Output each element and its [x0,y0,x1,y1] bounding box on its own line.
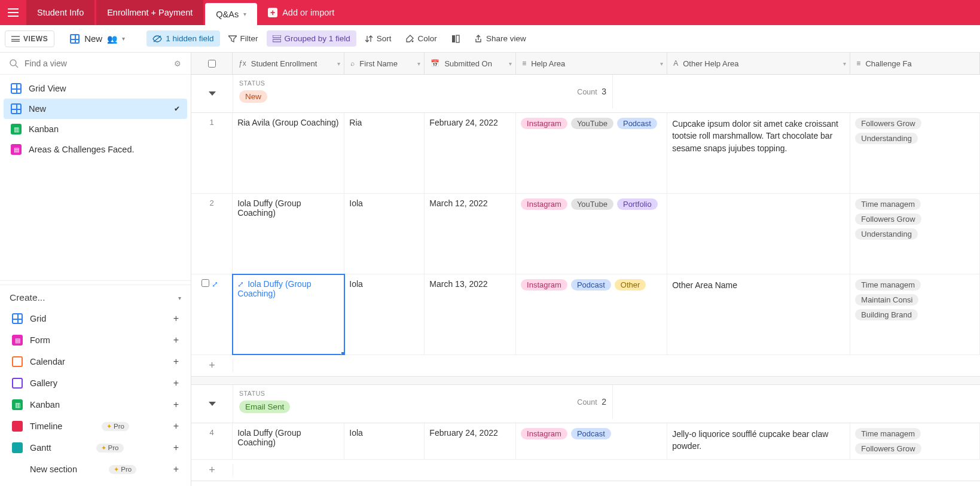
row-number[interactable]: 2 [191,194,233,274]
column-header-row: ƒx Student Enrollment▾ ⌕ First Name▾ 📅 S… [191,53,980,75]
cell-submitted-on[interactable]: February 24, 2022 [425,423,516,459]
add-row[interactable]: + [191,460,980,481]
color-icon [406,35,414,43]
cell-other-help-area[interactable]: Other Area Name [667,274,850,354]
plus-icon[interactable]: + [191,359,233,372]
cell-submitted-on[interactable]: March 13, 2022 [425,274,516,354]
hidden-fields-button[interactable]: 1 hidden field [146,30,219,47]
cell-challenge[interactable]: Time managemFollowers Grow [850,423,980,459]
gallery-icon [12,378,23,389]
cell-submitted-on[interactable]: March 12, 2022 [425,194,516,274]
cell-challenge[interactable]: Followers GrowUnderstanding [850,113,980,193]
cell-help-area[interactable]: InstagramYouTubePodcast [516,113,667,193]
col-first-name[interactable]: ⌕ First Name▾ [344,53,425,74]
views-toggle[interactable]: VIEWS [5,30,54,47]
tab-q-as[interactable]: Q&As▾ [205,3,257,25]
row-number[interactable]: 4 [191,423,233,459]
table-row[interactable]: 1Ria Avila (Group Coaching)RiaFebruary 2… [191,113,980,194]
find-view-input[interactable] [25,59,168,68]
cell-student-enrollment[interactable]: ⤢Iola Duffy (Group Coaching) [233,274,344,354]
cell-help-area[interactable]: InstagramPodcastOther [516,274,667,354]
view-item-new[interactable]: New✔ [4,99,187,119]
col-challenge-faced[interactable]: ≡ Challenge Fa [850,53,980,74]
create-form[interactable]: ▤Form+ [6,329,185,351]
cell-other-help-area[interactable]: Cupcake ipsum dolor sit amet cake croiss… [667,113,850,193]
cell-help-area[interactable]: InstagramYouTubePortfolio [516,194,667,274]
top-tab-bar: Student InfoEnrollment + PaymentQ&As▾ + … [0,0,980,25]
cell-help-area[interactable]: InstagramPodcast [516,423,667,459]
svg-rect-1 [273,35,281,38]
view-item-areas-challenges-faced-[interactable]: ▤Areas & Challenges Faced. [4,139,187,160]
col-help-area[interactable]: ≡ Help Area▾ [516,53,667,74]
expand-icon[interactable]: ⤢ [237,280,244,289]
current-view-button[interactable]: New 👥 ▾ [64,30,131,47]
create-timeline[interactable]: TimelinePro+ [6,415,185,437]
tab-student-info[interactable]: Student Info [26,0,94,25]
row-number[interactable]: 1 [191,113,233,193]
collapse-group-icon[interactable] [209,91,216,96]
grid-icon [11,83,22,94]
view-item-grid-view[interactable]: Grid View [4,78,187,99]
settings-icon[interactable]: ⚙ [174,59,181,68]
cell-student-enrollment[interactable]: Ria Avila (Group Coaching) [233,113,344,193]
menu-icon[interactable] [0,0,26,25]
expand-icon[interactable]: ⤢ [212,280,218,289]
cell-other-help-area[interactable] [667,194,850,274]
form-icon: ▤ [11,144,22,155]
group-icon [273,35,281,42]
create-grid[interactable]: Grid+ [6,308,185,329]
create-gantt[interactable]: GanttPro+ [6,437,185,459]
cell-student-enrollment[interactable]: Iola Duffy (Group Coaching) [233,423,344,459]
group-header: STATUSNewCount 3 [191,75,980,113]
cell-first-name[interactable]: Iola [344,274,425,354]
create-gallery[interactable]: Gallery+ [6,372,185,394]
plus-icon: + [173,421,179,432]
table-row[interactable]: ⤢⤢Iola Duffy (Group Coaching)IolaMarch 1… [191,274,980,355]
table-row[interactable]: 2Iola Duffy (Group Coaching)IolaMarch 12… [191,194,980,274]
create-kanban[interactable]: ▥Kanban+ [6,394,185,415]
col-submitted-on[interactable]: 📅 Submitted On▾ [425,53,516,74]
col-student-enrollment[interactable]: ƒx Student Enrollment▾ [233,53,344,74]
sort-button[interactable]: Sort [359,30,398,47]
view-item-kanban[interactable]: ▥Kanban [4,119,187,139]
add-row[interactable]: + [191,355,980,377]
svg-point-3 [411,40,413,42]
tag-chip: Other [615,279,646,291]
table-row[interactable]: 4Iola Duffy (Group Coaching)IolaFebruary… [191,423,980,460]
color-button[interactable]: Color [400,30,443,47]
chevron-down-icon: ▾ [243,11,246,17]
grid-icon [11,103,22,114]
plus-icon[interactable]: + [191,464,233,476]
add-tab-label: Add or import [282,8,334,17]
row-checkbox[interactable] [202,279,209,287]
select-all-header[interactable] [191,53,233,74]
create-new-section[interactable]: New sectionPro+ [6,459,185,480]
cell-challenge[interactable]: Time managemMaintain ConsiBuilding Brand [850,274,980,354]
hidden-icon [152,35,162,42]
plus-icon: + [173,399,179,410]
cell-other-help-area[interactable]: Jelly-o liquorice soufflé cupcake bear c… [667,423,850,459]
share-view-button[interactable]: Share view [468,30,532,47]
create-section-toggle[interactable]: Create... ▾ [0,285,191,308]
col-other-help-area[interactable]: A Other Help Area▾ [667,53,850,74]
cell-submitted-on[interactable]: February 24, 2022 [425,113,516,193]
tab-enrollment-payment[interactable]: Enrollment + Payment [96,0,203,25]
cell-challenge[interactable]: Time managemFollowers GrowUnderstanding [850,194,980,274]
svg-rect-5 [456,35,459,42]
cell-student-enrollment[interactable]: Iola Duffy (Group Coaching) [233,194,344,274]
add-tab-button[interactable]: + Add or import [257,0,345,25]
row-number[interactable]: ⤢ [191,274,233,354]
cell-first-name[interactable]: Ria [344,113,425,193]
share-icon [474,35,483,43]
collapse-group-icon[interactable] [209,402,216,406]
tag-chip: Followers Grow [855,443,921,454]
cell-first-name[interactable]: Iola [344,194,425,274]
select-all-checkbox[interactable] [208,60,216,68]
group-button[interactable]: Grouped by 1 field [267,30,356,47]
cell-first-name[interactable]: Iola [344,423,425,459]
row-height-button[interactable] [445,31,466,47]
create-calendar[interactable]: Calendar+ [6,351,185,372]
filter-button[interactable]: Filter [222,30,264,47]
row-height-icon [451,35,460,43]
date-icon: 📅 [431,59,439,68]
